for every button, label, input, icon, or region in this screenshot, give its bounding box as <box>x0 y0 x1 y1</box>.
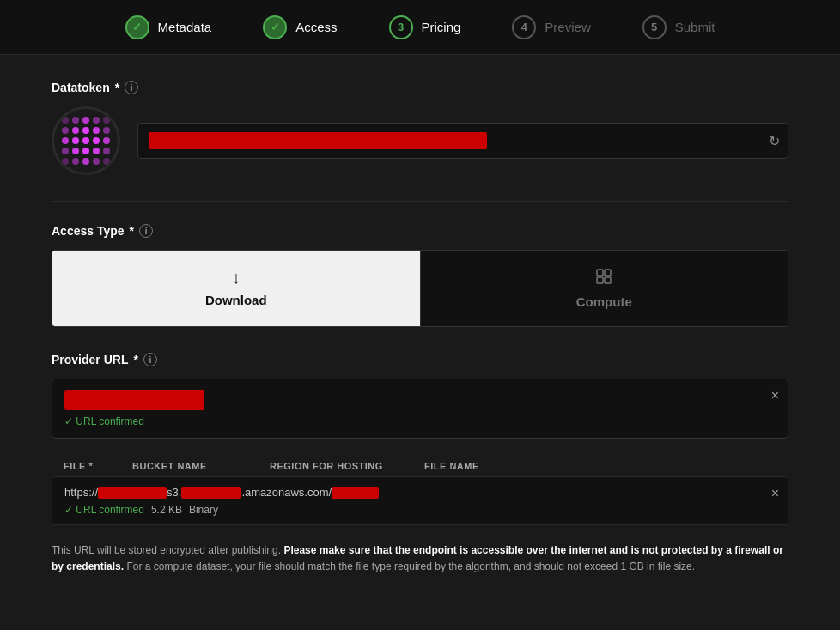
step-pricing[interactable]: 3 Pricing <box>389 15 461 39</box>
step-label-access: Access <box>295 20 337 34</box>
access-type-section: Access Type * i ↓ Download <box>52 224 788 327</box>
step-circle-access: ✓ <box>263 15 287 39</box>
file-url: https:// s3. .amazonaws.com/ <box>64 486 776 499</box>
file-meta: ✓ URL confirmed 5.2 KB Binary <box>64 504 776 516</box>
svg-rect-3 <box>605 277 611 283</box>
compute-icon <box>595 268 612 289</box>
step-label-preview: Preview <box>545 20 590 34</box>
compute-button[interactable]: Compute <box>420 251 788 326</box>
datatoken-info-icon[interactable]: i <box>125 81 138 94</box>
file-url-redacted-2 <box>181 487 241 499</box>
provider-url-section: Provider URL * i ✓ URL confirmed × <box>52 353 788 439</box>
file-url-redacted-3 <box>332 487 379 499</box>
step-label-submit: Submit <box>675 20 715 34</box>
token-value-redacted <box>149 132 487 149</box>
section-divider-1 <box>52 201 788 202</box>
token-avatar <box>52 106 120 175</box>
provider-url-label: Provider URL * i <box>52 353 788 366</box>
token-input-container: ↻ <box>137 123 788 159</box>
step-label-pricing: Pricing <box>422 20 461 34</box>
token-refresh-icon[interactable]: ↻ <box>769 133 780 149</box>
file-url-confirmed: ✓ URL confirmed <box>64 504 144 516</box>
provider-url-close-button[interactable]: × <box>771 388 779 403</box>
step-preview[interactable]: 4 Preview <box>512 15 590 39</box>
datatoken-label: Datatoken * i <box>52 81 788 94</box>
stepper: ✓ Metadata ✓ Access 3 Pricing 4 Preview … <box>0 0 840 55</box>
step-circle-preview: 4 <box>512 15 536 39</box>
file-table-row: https:// s3. .amazonaws.com/ ✓ URL confi… <box>52 476 788 525</box>
step-label-metadata: Metadata <box>158 20 212 34</box>
download-button[interactable]: ↓ Download <box>52 251 420 326</box>
token-input-field[interactable] <box>137 123 788 159</box>
step-circle-pricing: 3 <box>389 15 413 39</box>
token-dots-icon <box>53 108 119 173</box>
svg-rect-2 <box>597 277 603 283</box>
provider-url-confirmed: ✓ URL confirmed <box>64 415 757 427</box>
svg-rect-0 <box>597 270 603 276</box>
provider-url-input-box: ✓ URL confirmed × <box>52 379 788 439</box>
datatoken-row: ↻ <box>52 106 788 175</box>
step-metadata[interactable]: ✓ Metadata <box>125 15 212 39</box>
file-row-close-button[interactable]: × <box>771 486 779 501</box>
file-type: Binary <box>189 504 218 516</box>
file-url-redacted-1 <box>98 487 167 499</box>
step-circle-metadata: ✓ <box>125 15 149 39</box>
access-type-info-icon[interactable]: i <box>139 224 153 238</box>
provider-url-value-redacted[interactable] <box>64 390 296 410</box>
download-icon: ↓ <box>232 268 240 288</box>
file-table-section: File * BUCKET NAME REGION FOR HOSTING FI… <box>52 456 788 525</box>
step-submit[interactable]: 5 Submit <box>642 15 715 39</box>
token-input-wrapper: ↻ <box>137 123 788 159</box>
access-type-label: Access Type * i <box>52 224 788 238</box>
warning-text: This URL will be stored encrypted after … <box>52 542 788 575</box>
main-content: Datatoken * i <box>0 55 840 601</box>
step-circle-submit: 5 <box>642 15 667 39</box>
access-type-buttons: ↓ Download Compute <box>52 250 788 327</box>
file-table-header: File * BUCKET NAME REGION FOR HOSTING FI… <box>52 456 788 476</box>
step-access[interactable]: ✓ Access <box>263 15 337 39</box>
provider-url-info-icon[interactable]: i <box>143 353 157 366</box>
svg-rect-1 <box>605 270 611 276</box>
file-size: 5.2 KB <box>151 504 182 516</box>
